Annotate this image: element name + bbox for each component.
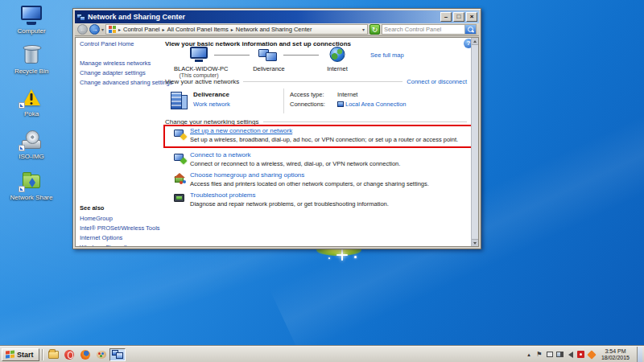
access-type-value: Internet <box>337 91 357 98</box>
map-node-internet[interactable]: Internet <box>312 46 362 72</box>
tray-window-icon[interactable] <box>546 351 554 359</box>
map-node-label: BLACK-WIDOW-PC <box>174 65 224 72</box>
control-panel-icon <box>109 26 116 33</box>
desktop-icon-iso-img[interactable]: ISO-IMG <box>6 130 56 160</box>
windows-flag-icon <box>6 350 14 359</box>
window-content: Control Panel Home Manage wireless netwo… <box>75 37 479 247</box>
address-bar: ← → ▾ ▸ Control Panel ▸ All Control Pane… <box>75 23 479 36</box>
map-node-label: Internet <box>312 65 362 72</box>
setting-description: Connect or reconnect to a wireless, wire… <box>190 160 400 167</box>
sidebar-item-control-panel-home[interactable]: Control Panel Home <box>80 40 134 47</box>
window-network-icon <box>76 14 85 21</box>
close-button[interactable]: × <box>466 12 477 22</box>
sidebar-item-change-sharing[interactable]: Change advanced sharing settings <box>80 79 173 86</box>
desktop-icon-network-share[interactable]: Network Share <box>6 171 56 201</box>
local-area-connection-link[interactable]: Local Area Connection <box>345 101 406 108</box>
search-input[interactable] <box>382 26 464 33</box>
scroll-up-icon[interactable] <box>472 38 478 45</box>
active-network-name: Deliverance <box>193 91 229 98</box>
desktop-icon-recycle-bin[interactable]: Recycle Bin <box>6 45 56 75</box>
taskbar-button-firefox[interactable] <box>77 348 93 361</box>
breadcrumb-arrow-icon: ▸ <box>118 27 122 32</box>
desktop-icon-label: ISO-IMG <box>6 153 56 160</box>
troubleshoot-problems-link[interactable]: Troubleshoot problems <box>190 191 256 199</box>
breadcrumb-item-control-panel[interactable]: Control Panel <box>123 26 159 33</box>
folder-icon <box>48 351 59 359</box>
see-full-map-link[interactable]: See full map <box>370 51 404 59</box>
maximize-button[interactable]: □ <box>453 12 464 22</box>
computer-icon <box>6 5 56 26</box>
taskbar-button-opera[interactable] <box>61 348 77 361</box>
troubleshoot-icon <box>174 192 186 204</box>
title-bar[interactable]: Network and Sharing Center – □ × <box>75 10 479 23</box>
network-center-icon <box>112 350 123 359</box>
clock-time: 3:54 PM <box>601 348 630 355</box>
desktop-icon-label: Computer <box>6 27 56 35</box>
connection-monitor-icon <box>337 101 344 107</box>
sidebar-item-change-adapter[interactable]: Change adapter settings <box>80 69 146 76</box>
scroll-down-icon[interactable] <box>472 239 478 246</box>
connections-label: Connections: <box>290 101 325 108</box>
network-building-icon <box>169 89 188 110</box>
desktop-icon-label: Network Share <box>6 194 56 201</box>
homegroup-options-link[interactable]: Choose homegroup and sharing options <box>190 171 304 179</box>
clock-date: 18/02/2015 <box>601 355 630 361</box>
section-label: View your active networks <box>165 78 239 85</box>
map-node-sublabel: (This computer) <box>174 72 224 78</box>
sidebar-item-intel-proset[interactable]: Intel® PROSet/Wireless Tools <box>80 224 160 232</box>
refresh-button[interactable]: ↻ <box>369 24 380 35</box>
volume-icon[interactable] <box>567 351 575 359</box>
sidebar-item-manage-wireless[interactable]: Manage wireless networks <box>80 60 151 67</box>
address-dropdown-icon[interactable]: ▾ <box>362 27 365 32</box>
map-node-network[interactable]: Deliverance <box>244 46 294 72</box>
setting-description: Diagnose and repair network problems, or… <box>190 200 389 208</box>
forward-button[interactable]: → <box>89 24 100 35</box>
warning-icon <box>6 88 56 109</box>
active-networks-header: View your active networks Connect or dis… <box>165 78 467 85</box>
breadcrumb-item-all-items[interactable]: All Control Panel Items <box>167 26 229 33</box>
work-network-link[interactable]: Work network <box>193 101 230 108</box>
sidebar-item-internet-options[interactable]: Internet Options <box>80 234 122 241</box>
setting-description: Access files and printers located on oth… <box>190 180 429 187</box>
desktop-icon-poka[interactable]: Poka <box>6 88 56 117</box>
tray-expand-icon[interactable]: ▴ <box>525 351 533 359</box>
map-node-label: Deliverance <box>244 65 294 72</box>
map-node-this-computer[interactable]: BLACK-WIDOW-PC (This computer) <box>174 46 224 78</box>
shared-folder-icon <box>6 171 56 192</box>
connect-to-network-link[interactable]: Connect to a network <box>190 151 251 158</box>
sidebar-item-windows-firewall[interactable]: Windows Firewall <box>80 244 126 247</box>
search-box <box>382 24 477 35</box>
taskbar-button-explorer[interactable] <box>45 348 61 361</box>
tray-antivirus-icon[interactable] <box>577 351 585 359</box>
active-network-divider <box>283 88 284 113</box>
connect-disconnect-link[interactable]: Connect or disconnect <box>407 78 467 85</box>
map-connector-line <box>283 55 319 56</box>
action-center-flag-icon[interactable]: ⚑ <box>535 351 543 359</box>
breadcrumb[interactable]: ▸ Control Panel ▸ All Control Panel Item… <box>105 24 368 35</box>
taskbar-divider <box>42 349 43 360</box>
vertical-scrollbar[interactable] <box>471 38 478 246</box>
breadcrumb-arrow-icon: ▸ <box>230 27 234 32</box>
tray-orange-app-icon[interactable] <box>588 351 596 359</box>
sidebar-item-homegroup[interactable]: HomeGroup <box>80 215 113 222</box>
wallpaper-sparkle <box>336 249 348 261</box>
window-title: Network and Sharing Center <box>88 13 439 21</box>
search-icon[interactable] <box>464 25 476 34</box>
see-also-heading: See also <box>80 204 104 212</box>
recycle-bin-icon <box>6 45 56 66</box>
paint-icon <box>97 351 106 359</box>
breadcrumb-item-current[interactable]: Network and Sharing Center <box>236 26 312 33</box>
nav-history-dropdown-icon[interactable]: ▾ <box>101 27 104 32</box>
back-button[interactable]: ← <box>77 24 88 35</box>
start-button[interactable]: Start <box>2 348 39 361</box>
taskbar-clock[interactable]: 3:54 PM 18/02/2015 <box>598 348 633 361</box>
taskbar: Start ▴ ⚑ 3:54 PM 18/02/2015 <box>0 346 644 362</box>
breadcrumb-arrow-icon: ▸ <box>161 27 165 32</box>
connect-network-icon <box>174 152 186 164</box>
homegroup-icon <box>174 172 186 184</box>
show-desktop-button[interactable] <box>637 347 642 362</box>
taskbar-button-network-center[interactable] <box>109 348 126 361</box>
desktop-icon-computer[interactable]: Computer <box>6 5 56 35</box>
taskbar-button-paint[interactable] <box>93 348 109 361</box>
minimize-button[interactable]: – <box>440 12 452 22</box>
